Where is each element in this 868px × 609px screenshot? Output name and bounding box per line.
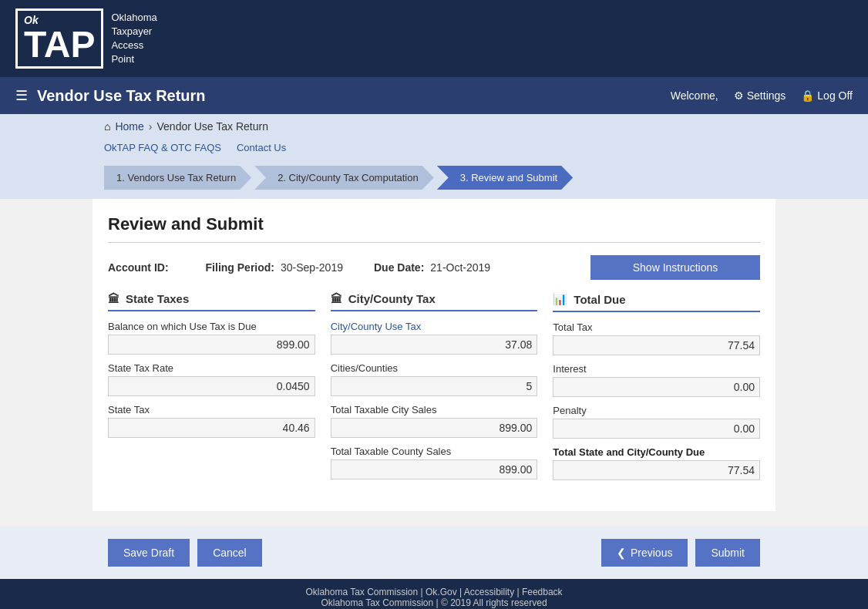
- state-tax-field: State Tax: [108, 404, 315, 438]
- step-1[interactable]: 1. Vendors Use Tax Return: [104, 166, 251, 190]
- settings-link[interactable]: ⚙ Settings: [734, 89, 786, 102]
- state-taxes-title: 🏛 State Taxes: [108, 292, 315, 311]
- state-tax-rate-input[interactable]: [108, 376, 315, 396]
- step-2[interactable]: 2. City/County Tax Computation: [254, 166, 434, 190]
- total-tax-input[interactable]: [553, 335, 760, 355]
- total-taxable-city-label: Total Taxable City Sales: [331, 404, 538, 416]
- logo-subtitle: OklahomaTaxpayerAccessPoint: [111, 11, 156, 67]
- state-tax-input[interactable]: [108, 418, 315, 438]
- footer-right: ❮ Previous Submit: [601, 539, 760, 567]
- interest-field: Interest: [553, 363, 760, 397]
- building-icon: 🏛: [108, 292, 119, 305]
- logoff-link[interactable]: 🔒 Log Off: [801, 89, 853, 102]
- top-header: Ok TAP OklahomaTaxpayerAccessPoint: [0, 0, 868, 77]
- total-taxable-city-input[interactable]: [331, 418, 538, 438]
- due-date-value: 21-Oct-2019: [430, 261, 490, 274]
- footer-line1: Oklahoma Tax Commission | Ok.Gov | Acces…: [8, 587, 860, 597]
- show-instructions-button[interactable]: Show Instructions: [590, 255, 760, 280]
- city-county-section: 🏛 City/County Tax City/County Use Tax Ci…: [331, 292, 538, 488]
- welcome-text: Welcome,: [671, 89, 718, 102]
- total-taxable-county-label: Total Taxable County Sales: [331, 446, 538, 457]
- breadcrumb-bar: ⌂ Home › Vendor Use Tax Return: [0, 114, 868, 139]
- footer-buttons: Save Draft Cancel ❮ Previous Submit: [0, 527, 868, 579]
- city-county-use-tax-label[interactable]: City/County Use Tax: [331, 321, 538, 332]
- page-heading: Review and Submit: [108, 214, 760, 243]
- total-state-city-input[interactable]: [553, 460, 760, 480]
- submit-button[interactable]: Submit: [695, 539, 760, 567]
- faq-link[interactable]: OkTAP FAQ & OTC FAQS: [104, 142, 221, 153]
- balance-field: Balance on which Use Tax is Due: [108, 321, 315, 355]
- city-county-title: 🏛 City/County Tax: [331, 292, 538, 311]
- total-state-city-field: Total State and City/County Due: [553, 446, 760, 480]
- due-date-label: Due Date:: [374, 261, 424, 274]
- filing-period-value: 30-Sep-2019: [281, 261, 343, 274]
- links-bar: OkTAP FAQ & OTC FAQS Contact Us: [0, 139, 868, 160]
- nav-bar: ☰ Vendor Use Tax Return Welcome, ⚙ Setti…: [0, 77, 868, 114]
- menu-icon[interactable]: ☰: [15, 87, 28, 104]
- account-id-field: Account ID:: [108, 261, 175, 274]
- nav-right: Welcome, ⚙ Settings 🔒 Log Off: [671, 89, 853, 102]
- city-icon: 🏛: [331, 292, 342, 305]
- penalty-label: Penalty: [553, 405, 760, 416]
- contact-link[interactable]: Contact Us: [237, 142, 286, 153]
- footer-line2: Oklahoma Tax Commission | © 2019 All rig…: [8, 597, 860, 608]
- total-due-title: 📊 Total Due: [553, 292, 760, 312]
- state-tax-label: State Tax: [108, 404, 315, 416]
- interest-input[interactable]: [553, 377, 760, 397]
- lock-icon: 🔒: [801, 89, 814, 102]
- balance-label: Balance on which Use Tax is Due: [108, 321, 315, 332]
- main-content: Review and Submit Account ID: Filing Per…: [93, 199, 775, 511]
- info-row: Account ID: Filing Period: 30-Sep-2019 D…: [108, 255, 760, 280]
- sections-grid: 🏛 State Taxes Balance on which Use Tax i…: [108, 292, 760, 488]
- breadcrumb-home[interactable]: Home: [115, 120, 143, 133]
- state-tax-rate-label: State Tax Rate: [108, 362, 315, 374]
- penalty-input[interactable]: [553, 419, 760, 439]
- total-tax-label: Total Tax: [553, 321, 760, 333]
- due-date-field: Due Date: 21-Oct-2019: [374, 261, 490, 274]
- balance-input[interactable]: [108, 335, 315, 355]
- site-footer: Oklahoma Tax Commission | Ok.Gov | Acces…: [0, 579, 868, 609]
- chart-icon: 📊: [553, 292, 567, 306]
- logo-box: Ok TAP: [15, 8, 103, 69]
- filing-period-label: Filing Period:: [206, 261, 274, 274]
- city-county-use-tax-input[interactable]: [331, 335, 538, 355]
- penalty-field: Penalty: [553, 405, 760, 439]
- total-taxable-city-field: Total Taxable City Sales: [331, 404, 538, 438]
- cities-counties-input[interactable]: [331, 376, 538, 396]
- state-taxes-section: 🏛 State Taxes Balance on which Use Tax i…: [108, 292, 315, 488]
- total-taxable-county-field: Total Taxable County Sales: [331, 446, 538, 479]
- chevron-left-icon: ❮: [617, 547, 626, 559]
- logo-tap: TAP: [24, 26, 95, 63]
- cities-counties-field: Cities/Counties: [331, 362, 538, 396]
- state-tax-rate-field: State Tax Rate: [108, 362, 315, 396]
- breadcrumb-separator: ›: [149, 120, 153, 133]
- home-icon: ⌂: [104, 120, 110, 133]
- previous-button[interactable]: ❮ Previous: [601, 539, 688, 567]
- interest-label: Interest: [553, 363, 760, 375]
- save-draft-button[interactable]: Save Draft: [108, 539, 190, 567]
- filing-period-field: Filing Period: 30-Sep-2019: [206, 261, 343, 274]
- city-county-use-tax-field: City/County Use Tax: [331, 321, 538, 355]
- steps-bar: 1. Vendors Use Tax Return 2. City/County…: [0, 160, 868, 199]
- total-taxable-county-input[interactable]: [331, 459, 538, 479]
- page-title: Vendor Use Tax Return: [37, 87, 671, 105]
- cities-counties-label: Cities/Counties: [331, 362, 538, 374]
- total-state-city-label: Total State and City/County Due: [553, 446, 760, 458]
- total-due-section: 📊 Total Due Total Tax Interest Penalty T…: [553, 292, 760, 488]
- footer-left: Save Draft Cancel: [108, 539, 262, 567]
- logo-area: Ok TAP OklahomaTaxpayerAccessPoint: [15, 8, 157, 69]
- cancel-button[interactable]: Cancel: [197, 539, 262, 567]
- total-tax-field: Total Tax: [553, 321, 760, 355]
- breadcrumb-current: Vendor Use Tax Return: [157, 120, 269, 133]
- gear-icon: ⚙: [734, 89, 744, 102]
- account-id-label: Account ID:: [108, 261, 169, 274]
- step-3[interactable]: 3. Review and Submit: [437, 166, 573, 190]
